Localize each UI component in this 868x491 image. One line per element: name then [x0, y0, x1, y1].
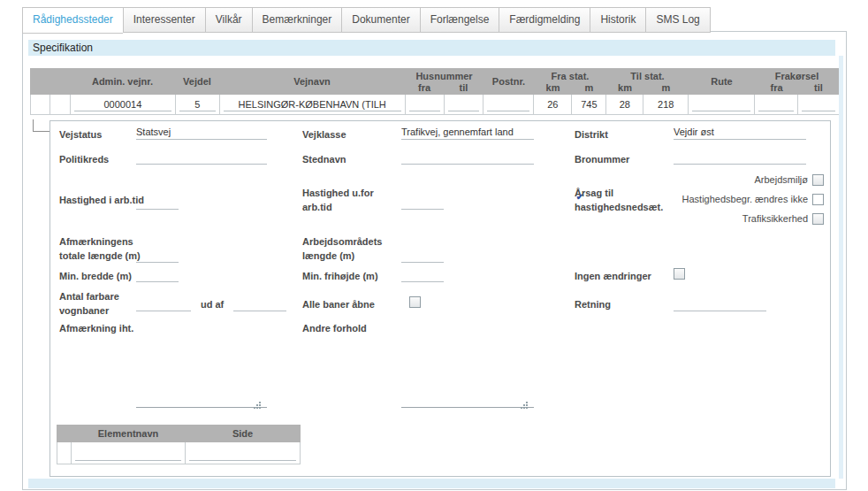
tab-dokumenter[interactable]: Dokumenter — [341, 7, 419, 33]
element-row-selector[interactable] — [57, 442, 72, 464]
antal-farbare-udaf-input[interactable] — [233, 297, 286, 311]
ingen-aendringer-checkbox[interactable] — [674, 268, 685, 280]
alle-baner-label: Alle baner åbne — [302, 297, 375, 311]
element-table-header: Elementnavn Side — [57, 425, 301, 442]
elementnavn-header: Elementnavn — [71, 425, 186, 442]
vejnavn-input[interactable]: HELSINGØR-KØBENHAVN (TILH — [224, 98, 401, 111]
tab-vilkar[interactable]: Vilkår — [205, 7, 252, 33]
row-detail-connector — [33, 119, 50, 132]
admin-vejnr-input[interactable]: 0000014 — [74, 98, 171, 111]
retning-input[interactable] — [674, 297, 766, 311]
hastighedsbegr-checkbox[interactable] — [812, 194, 824, 205]
retning-label: Retning — [575, 297, 611, 311]
row-selector-cell[interactable] — [50, 95, 71, 114]
frakorsel-til-input[interactable] — [802, 98, 835, 111]
arbejdsmiljo-label: Arbejdsmiljø — [754, 173, 808, 186]
fra-stat-group-label: Fra stat. — [534, 68, 606, 81]
table-row: 0000014 5 HELSINGØR-KØBENHAVN (TILH 26 7… — [30, 95, 840, 115]
antal-farbare-input[interactable] — [136, 297, 191, 311]
rute-input[interactable] — [692, 98, 750, 111]
fra-stat-km-value: 26 — [547, 99, 558, 110]
antal-farbare-label: Antal farbare vognbaner — [59, 289, 130, 318]
min-bredde-label: Min. bredde (m) — [59, 269, 132, 283]
afmaerkning-iht-textarea[interactable] — [136, 342, 267, 408]
tab-faerdigmelding[interactable]: Færdigmelding — [499, 7, 590, 33]
col-vejnavn-header: Vejnavn — [219, 68, 405, 95]
side-input[interactable] — [189, 448, 296, 461]
bronummer-input[interactable] — [674, 150, 806, 165]
col-postnr-header: Postnr. — [483, 68, 534, 95]
tab-historik[interactable]: Historik — [590, 7, 645, 33]
tab-forlaengelse[interactable]: Forlængelse — [420, 7, 499, 33]
husnummer-til-label: til — [444, 81, 483, 95]
hastighed-i-arbtid-label: Hastighed i arb.tid — [59, 193, 144, 207]
arbejdsomraadets-label: Arbejdsområdets længde (m) — [302, 234, 395, 263]
frakorsel-til-label: til — [798, 81, 839, 95]
trafiksikkerhed-label: Trafiksikkerhed — [742, 212, 808, 225]
stednavn-label: Stednavn — [302, 152, 346, 166]
husnummer-fra-label: fra — [405, 81, 444, 95]
road-segment-table-header: Admin. vejnr. Vejdel Vejnavn Husnummer f… — [30, 68, 840, 95]
min-frihojde-input[interactable] — [401, 268, 444, 282]
trafiksikkerhed-row: Trafiksikkerhed — [575, 212, 824, 225]
arbejdsomraadets-input[interactable] — [401, 249, 444, 263]
postnr-input[interactable] — [487, 98, 529, 111]
vejklasse-input[interactable]: Trafikvej, gennemfart land — [401, 126, 534, 140]
andre-forhold-textarea[interactable] — [401, 342, 534, 408]
trafiksikkerhed-checkbox[interactable] — [812, 213, 824, 225]
section-header-specifikation: Specifikation — [28, 40, 835, 56]
vejstatus-input[interactable]: Statsvej — [136, 126, 267, 140]
tab-radighedssteder[interactable]: Rådighedssteder — [22, 7, 123, 34]
col-husnummer-header: Husnummer fra til — [405, 68, 483, 95]
col-vejdel-header: Vejdel — [175, 68, 219, 95]
vejdel-input[interactable]: 5 — [179, 98, 216, 111]
detail-form: Vejstatus Statsvej Vejklasse Trafikvej, … — [49, 120, 831, 477]
elementnavn-input[interactable] — [75, 448, 182, 461]
alle-baner-checkbox[interactable] — [409, 296, 421, 308]
tab-content-panel: Specifikation Admin. vejnr. Vejdel Vejna… — [22, 31, 847, 490]
vejklasse-label: Vejklasse — [302, 127, 346, 142]
distrikt-input[interactable]: Vejdir øst — [674, 126, 806, 140]
husnummer-fra-input[interactable] — [409, 98, 440, 111]
fra-stat-km-label: km — [534, 81, 572, 95]
element-table: Elementnavn Side — [57, 425, 301, 464]
resize-grip-icon[interactable] — [526, 402, 528, 403]
min-frihojde-label: Min. frihøjde (m) — [302, 269, 378, 283]
vejstatus-label: Vejstatus — [59, 127, 102, 142]
col-admin-vejnr-header: Admin. vejnr. — [70, 68, 175, 95]
stednavn-input[interactable] — [401, 150, 534, 165]
tab-sms-log[interactable]: SMS Log — [645, 7, 710, 33]
element-table-row — [57, 442, 301, 464]
app-window: Rådighedssteder Interessenter Vilkår Bem… — [0, 0, 868, 491]
til-stat-km-label: km — [606, 81, 643, 95]
min-bredde-input[interactable] — [136, 268, 179, 282]
hastighedsbegr-label: Hastighedsbegr. ændres ikke — [682, 193, 808, 205]
vertical-scrollbar[interactable] — [839, 56, 843, 479]
hastighed-ufor-arbtid-input[interactable] — [401, 196, 444, 210]
til-stat-m-value: 218 — [658, 99, 674, 110]
frakorsel-group-label: Frakørsel — [755, 68, 839, 81]
hastighed-ufor-arbtid-label: Hastighed u.for arb.tid — [302, 186, 377, 214]
afmaerkningens-label: Afmærkningens totale længde (m) — [59, 234, 143, 263]
arbejdsmiljo-checkbox[interactable] — [812, 174, 824, 186]
hastighed-i-arbtid-input[interactable] — [136, 196, 179, 210]
husnummer-til-input[interactable] — [448, 98, 480, 111]
horizontal-scrollbar[interactable] — [28, 479, 835, 488]
element-selector-header — [57, 425, 71, 442]
col-fra-stat-header: Fra stat. km m — [534, 68, 606, 95]
hastighedsbegr-row: Hastighedsbegr. ændres ikke — [575, 193, 824, 205]
andre-forhold-label: Andre forhold — [302, 321, 367, 335]
tab-bar: Rådighedssteder Interessenter Vilkår Bem… — [22, 7, 711, 34]
tab-bemaerkninger[interactable]: Bemærkninger — [252, 7, 342, 33]
politikreds-input[interactable] — [136, 150, 267, 165]
frakorsel-fra-input[interactable] — [758, 98, 794, 111]
distrikt-label: Distrikt — [575, 127, 608, 142]
arbejdsmiljo-row: Arbejdsmiljø — [575, 173, 824, 186]
resize-grip-icon[interactable] — [259, 402, 261, 403]
afmaerkningens-input[interactable] — [136, 249, 179, 263]
til-stat-group-label: Til stat. — [606, 68, 689, 81]
afmaerkning-iht-label: Afmærkning iht. — [59, 321, 133, 335]
row-marker-cell[interactable] — [31, 95, 50, 114]
fra-stat-m-value: 745 — [581, 99, 597, 110]
tab-interessenter[interactable]: Interessenter — [123, 7, 205, 33]
